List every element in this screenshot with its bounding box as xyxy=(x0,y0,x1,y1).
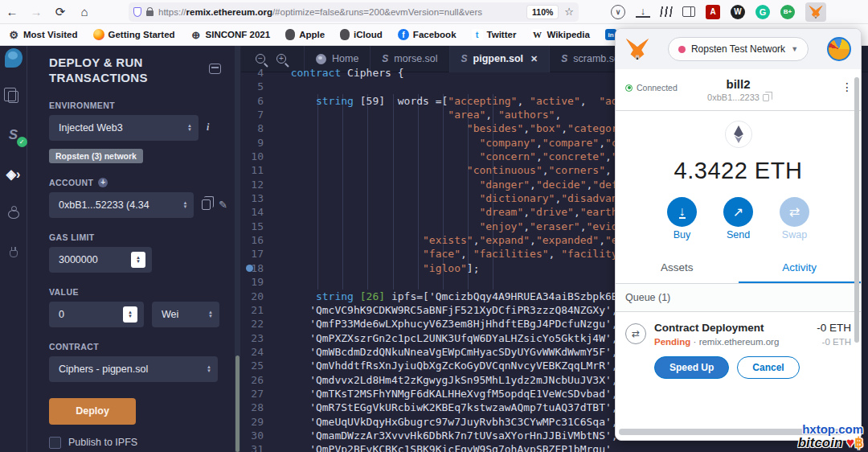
metamask-extension-icon[interactable] xyxy=(805,2,826,22)
action-buttons: ↓Buy↗Send⇄Swap xyxy=(616,197,861,241)
line-number: 25 xyxy=(241,359,278,372)
close-tab-icon[interactable]: ✕ xyxy=(530,54,538,64)
action-label: Swap xyxy=(782,229,807,240)
swap-button[interactable]: ⇄Swap xyxy=(777,197,813,241)
metamask-fox-icon xyxy=(809,5,823,18)
line-number: 5 xyxy=(241,80,278,93)
panel-scrollbar[interactable] xyxy=(235,46,240,452)
line-number: 15 xyxy=(241,220,278,233)
line-number: 23 xyxy=(241,331,278,345)
line-number: 31 xyxy=(241,442,278,452)
account-select[interactable]: 0xbB1...52233 (4.34 ▲▼ xyxy=(49,192,194,218)
account-row[interactable]: Connected bill2 0xbB1...2233 ⋮ xyxy=(616,69,861,111)
globe-favicon: ⊕ xyxy=(190,29,202,40)
wikipedia-extension-icon[interactable]: W xyxy=(731,5,745,19)
bookmark-getting-started[interactable]: Getting Started xyxy=(93,29,175,40)
address-bar[interactable]: https://remix.ethereum.org/#optimize=fal… xyxy=(129,2,579,22)
network-badge: Ropsten (3) network xyxy=(49,149,143,163)
metamask-tabs: Assets Activity xyxy=(616,254,861,284)
line-number: 19 xyxy=(241,275,278,289)
panel-docs-icon[interactable] xyxy=(209,64,221,74)
line-number: 8 xyxy=(241,121,278,135)
speed-up-button[interactable]: Speed Up xyxy=(654,356,729,379)
forward-icon[interactable]: → xyxy=(24,5,48,18)
file-explorer-icon[interactable] xyxy=(5,88,23,105)
line-number: 16 xyxy=(241,233,278,247)
panel-title: DEPLOY & RUN TRANSACTIONS xyxy=(49,55,194,86)
sidebar-toggle-icon[interactable] xyxy=(682,6,695,17)
gear-favicon: ⚙ xyxy=(8,29,19,40)
tab-assets[interactable]: Assets xyxy=(616,254,739,283)
environment-select[interactable]: Injected Web3 ▲▼ xyxy=(49,115,199,141)
bookmark-star-icon[interactable]: ☆ xyxy=(564,6,574,18)
publish-ipfs-checkbox[interactable] xyxy=(49,437,61,449)
balance-section: 4.3422 ETH xyxy=(616,111,861,184)
back-icon[interactable]: ← xyxy=(0,5,24,18)
vertical-scrollbar[interactable] xyxy=(854,77,859,343)
grammarly-icon[interactable]: G xyxy=(755,5,770,19)
watermark-site: hxtop.com xyxy=(798,423,863,436)
pocket-icon[interactable]: ∨ xyxy=(611,5,625,19)
value-unit-select[interactable]: Wei ▲▼ xyxy=(152,302,219,327)
copy-address-icon[interactable] xyxy=(763,94,769,101)
bookmark-label: Apple xyxy=(299,30,325,39)
line-number: 20 xyxy=(241,290,278,303)
reload-icon[interactable]: ⟳ xyxy=(48,5,72,19)
solidity-compiler-icon[interactable]: S✓ xyxy=(5,126,23,144)
firefox-favicon xyxy=(93,29,104,40)
transaction-item[interactable]: ⇄ Contract Deployment Pending · remix.et… xyxy=(616,312,861,379)
plugin-manager-icon[interactable] xyxy=(5,242,23,260)
code-line[interactable]: 31 'QmPVp2BEvKCBKc1SBK9KicFqyW9Sq7ohAvpS… xyxy=(241,442,868,452)
contract-select[interactable]: Ciphers - pigpen.sol ▲▼ xyxy=(49,356,218,382)
account-label: ACCOUNT+ xyxy=(49,178,227,187)
apple-favicon xyxy=(340,29,350,40)
transaction-status: Pending xyxy=(654,337,690,347)
zoom-in-icon[interactable]: + xyxy=(276,54,286,64)
debugger-icon[interactable] xyxy=(5,203,23,221)
tab-label: pigpen.sol xyxy=(473,53,524,64)
gas-limit-input[interactable]: 3000000 ▲▼ xyxy=(49,247,152,273)
bookmark-facebook[interactable]: fFacebook xyxy=(398,29,457,40)
adobe-pdf-icon[interactable]: A xyxy=(706,5,720,19)
account-options-icon[interactable]: ⋮ xyxy=(841,80,853,93)
add-account-icon[interactable]: + xyxy=(98,178,108,187)
solidity-file-icon: S xyxy=(561,53,567,64)
home-icon[interactable]: ⌂ xyxy=(72,5,96,18)
url-text[interactable]: https://remix.ethereum.org/#optimize=fal… xyxy=(158,7,522,17)
bookmark-icloud[interactable]: iCloud xyxy=(340,29,383,40)
bookmark-sinconf-2021[interactable]: ⊕SINCONF 2021 xyxy=(190,29,271,40)
tab-activity[interactable]: Activity xyxy=(739,254,862,283)
lock-icon[interactable] xyxy=(146,10,154,16)
account-address[interactable]: 0xbB1...2233 xyxy=(707,92,769,102)
tracking-shield-icon[interactable] xyxy=(133,7,141,17)
bplus-extension-icon[interactable]: B+ xyxy=(780,5,795,19)
line-number: 28 xyxy=(241,401,278,414)
buy-button[interactable]: ↓Buy xyxy=(665,197,700,241)
bookmark-most-visited[interactable]: ⚙Most Visited xyxy=(8,29,78,40)
remix-logo-icon[interactable] xyxy=(5,49,23,67)
cancel-button[interactable]: Cancel xyxy=(737,356,799,379)
zoom-out-icon[interactable]: − xyxy=(256,54,265,64)
line-number: 4 xyxy=(241,66,278,80)
deploy-run-icon[interactable]: ◈› xyxy=(5,165,23,183)
bookmark-label: Getting Started xyxy=(108,30,175,39)
environment-info-icon[interactable]: i xyxy=(207,121,209,134)
edit-account-icon[interactable]: ✎ xyxy=(219,199,227,211)
copy-account-icon[interactable] xyxy=(202,199,211,210)
bookmark-twitter[interactable]: tTwitter xyxy=(472,29,517,40)
account-avatar[interactable] xyxy=(827,37,851,61)
network-selector[interactable]: Ropsten Test Network ▼ xyxy=(668,37,809,61)
deploy-button[interactable]: Deploy xyxy=(49,398,136,425)
breakpoint-dot[interactable] xyxy=(246,265,253,272)
metamask-popup: Ropsten Test Network ▼ Connected bill2 0… xyxy=(615,28,862,441)
bookmark-wikipedia[interactable]: WWikipedia xyxy=(531,29,590,40)
zoom-level-badge[interactable]: 110% xyxy=(527,6,558,18)
contract-label: CONTRACT xyxy=(49,342,227,351)
value-input[interactable]: 0 ▲▼ xyxy=(49,302,144,327)
line-number: 30 xyxy=(241,429,278,442)
bookmark-apple[interactable]: Apple xyxy=(285,29,325,40)
send-button[interactable]: ↗Send xyxy=(721,197,756,241)
library-icon[interactable] xyxy=(660,6,673,17)
eth-balance: 4.3422 ETH xyxy=(616,158,861,184)
downloads-icon[interactable]: ↓ xyxy=(636,6,650,18)
